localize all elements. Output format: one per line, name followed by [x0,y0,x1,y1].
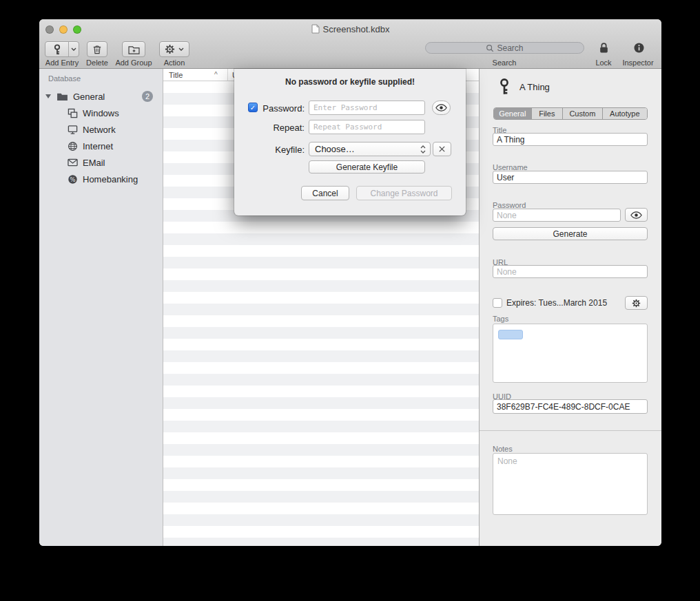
show-password-button[interactable] [432,101,451,115]
lock-label: Lock [590,59,617,67]
percent-coin-icon: % [67,174,78,184]
search-icon [486,44,494,52]
sidebar-item-internet[interactable]: Internet [39,138,163,154]
search-input[interactable]: Search [425,42,584,54]
inspector-tabs: General Files Custom Autotype [493,107,648,120]
sidebar-item-label: EMail [83,158,105,168]
keyfile-popup-value: Choose… [315,144,420,154]
key-icon [497,78,511,95]
folder-plus-icon [128,45,140,54]
main-window: Screenshot.kdbx Add Entry Delete Add Gro… [39,19,661,546]
username-field[interactable] [493,171,648,184]
sidebar-item-label: Network [83,125,116,135]
entry-count-badge: 2 [142,91,153,102]
sidebar-group-label: General [73,92,105,102]
svg-text:%: % [70,176,75,182]
expires-settings-button[interactable] [625,296,648,310]
info-icon [633,42,645,54]
chevron-down-icon[interactable] [68,42,79,56]
generate-keyfile-button[interactable]: Generate Keyfile [309,160,425,173]
inspector-divider [480,430,661,431]
search-toolbar-label: Search [463,59,546,67]
inspector-panel: A Thing General Files Custom Autotype Ti… [479,69,661,546]
tag-token[interactable] [498,330,523,339]
search-placeholder: Search [497,43,523,53]
password-field[interactable] [493,209,621,222]
password-enabled-checkbox[interactable]: ✓ [248,103,258,112]
repeat-password-input[interactable] [309,120,425,134]
window-chrome: Screenshot.kdbx Add Entry Delete Add Gro… [39,19,661,69]
eye-icon [630,211,642,219]
globe-icon [67,141,78,151]
inspector-header: A Thing [497,78,550,95]
tab-general[interactable]: General [494,108,531,119]
windows-icon [67,108,78,118]
window-title: Screenshot.kdbx [323,24,390,34]
sidebar-item-label: Homebanking [83,174,138,184]
inspector-label: Inspector [617,59,659,67]
action-label: Action [154,59,195,67]
document-icon [311,24,320,34]
entry-title: A Thing [519,82,550,92]
expires-checkbox[interactable] [493,298,502,308]
sidebar-item-email[interactable]: EMail [39,154,163,171]
notes-label: Notes [493,445,513,453]
column-header-title[interactable]: Title [169,71,183,79]
tab-custom[interactable]: Custom [562,108,601,119]
lock-icon [599,42,609,54]
uuid-field[interactable] [493,399,648,414]
close-x-icon [438,145,446,153]
sidebar-section-header: Database [48,74,81,83]
sort-ascending-icon: ^ [214,71,218,78]
popup-stepper-icon [420,145,426,154]
sidebar-item-homebanking[interactable]: % Homebanking [39,171,163,187]
action-button[interactable] [159,41,189,57]
sheet-message: No password or keyfile supplied! [234,77,466,87]
cancel-button[interactable]: Cancel [301,186,349,200]
tab-files[interactable]: Files [531,108,563,119]
notes-field[interactable] [493,453,648,515]
keyfile-label: Keyfile: [248,145,305,155]
keyfile-popup[interactable]: Choose… [309,142,431,156]
tags-label: Tags [493,315,508,323]
gear-icon [165,44,175,54]
enter-password-input[interactable] [309,101,425,115]
title-field[interactable] [493,133,648,146]
expires-label: Expires: Tues...March 2015 [506,298,607,308]
add-group-label: Add Group [113,59,154,67]
sidebar-item-windows[interactable]: Windows [39,105,163,121]
eye-icon [435,104,447,112]
envelope-icon [67,158,78,167]
change-password-sheet: No password or keyfile supplied! ✓ Passw… [234,69,466,215]
lock-button[interactable] [596,42,611,54]
gear-icon [632,299,641,308]
network-icon [67,125,78,135]
folder-icon [56,92,68,101]
add-entry-label: Add Entry [45,59,79,67]
password-label: Password: [260,103,305,114]
delete-label: Delete [78,59,116,67]
sidebar-item-network[interactable]: Network [39,121,163,138]
add-entry-button[interactable] [45,41,79,57]
url-field[interactable] [493,265,648,278]
sidebar-item-label: Internet [83,141,113,151]
tags-box[interactable] [493,324,648,383]
add-group-button[interactable] [122,41,145,57]
sidebar: Database General 2 Windows Network [39,69,163,546]
column-divider[interactable] [227,69,228,81]
generate-password-button[interactable]: Generate [493,227,648,240]
trash-icon [92,44,102,54]
inspector-button[interactable] [632,42,646,54]
sidebar-item-label: Windows [83,108,119,118]
add-entry-key-icon [45,42,68,56]
sidebar-group-general[interactable]: General 2 [39,88,163,105]
repeat-label: Repeat: [248,123,305,133]
tab-autotype[interactable]: Autotype [602,108,647,119]
show-password-button[interactable] [625,208,648,222]
change-password-button[interactable]: Change Password [356,186,452,200]
chevron-down-icon [178,48,184,51]
clear-keyfile-button[interactable] [433,142,451,156]
window-title-bar: Screenshot.kdbx [39,19,661,39]
disclosure-triangle-icon[interactable] [45,94,51,98]
delete-button[interactable] [87,41,107,57]
